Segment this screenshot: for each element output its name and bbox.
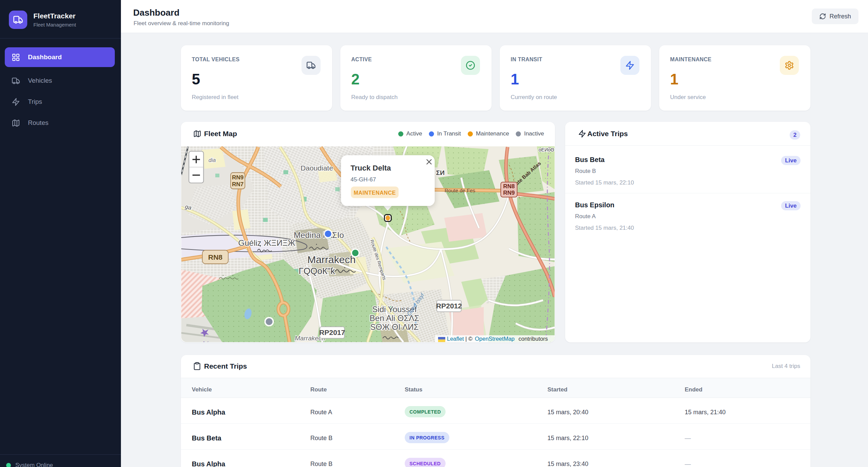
svg-text:RN7: RN7 <box>232 181 244 188</box>
svg-text:Daoudiate: Daoudiate <box>300 164 333 172</box>
svg-text:Guéliz ЖΞИΞЖ: Guéliz ЖΞИΞЖ <box>238 238 295 247</box>
svg-text:ЅΘЖ ΘΙ ΛИΣ: ЅΘЖ ΘΙ ΛИΣ <box>370 322 419 332</box>
svg-text:Medina ΓΛΣΙο: Medina ΓΛΣΙο <box>294 230 344 240</box>
svg-text:MAINTENANCE: MAINTENANCE <box>354 190 396 196</box>
svg-text:OpenStreetMap: OpenStreetMap <box>475 336 514 342</box>
svg-text:Truck Delta: Truck Delta <box>351 164 391 172</box>
svg-text:RN9: RN9 <box>503 190 515 196</box>
svg-text:dia: dia <box>208 157 216 163</box>
svg-text:ΣИ: ΣИ <box>436 169 445 176</box>
svg-text:Leaflet: Leaflet <box>447 336 464 342</box>
svg-text:| ©: | © <box>465 336 472 342</box>
svg-text:Marrakech: Marrakech <box>307 254 356 265</box>
svg-text:45-GH-67: 45-GH-67 <box>351 176 376 183</box>
svg-text:RP2012: RP2012 <box>436 302 462 310</box>
svg-text:RN8: RN8 <box>208 253 222 261</box>
svg-text:RP2017: RP2017 <box>319 328 345 336</box>
svg-text:oΕИoΘ: oΕИoΘ <box>539 147 554 152</box>
svg-text:RN8: RN8 <box>503 183 515 190</box>
svg-text:contributors: contributors <box>518 336 548 342</box>
svg-text:ΓQQοК"ƙ: ΓQQοК"ƙ <box>299 266 336 276</box>
svg-text:Route de Fes: Route de Fes <box>445 188 475 193</box>
svg-text:RN9: RN9 <box>232 174 244 181</box>
svg-text:Aéroport: Aéroport <box>202 340 225 342</box>
